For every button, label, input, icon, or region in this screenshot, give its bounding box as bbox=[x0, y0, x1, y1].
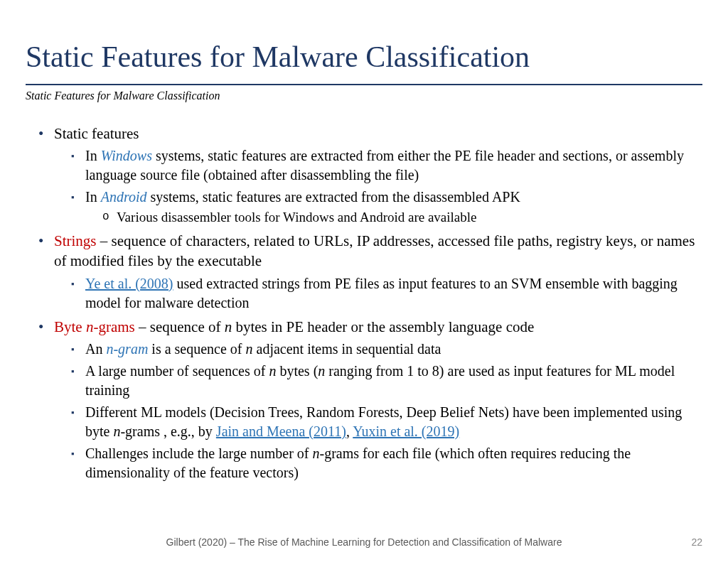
n-var: n bbox=[246, 341, 253, 357]
n-var: n bbox=[86, 318, 94, 335]
bullet-disassembler: Various disassembler tools for Windows a… bbox=[102, 208, 702, 227]
strings-term: Strings bbox=[54, 232, 97, 249]
text: bytes ( bbox=[276, 363, 318, 379]
n-var: n bbox=[318, 363, 325, 379]
n-var: n bbox=[225, 318, 232, 335]
sublist: In Windows systems, static features are … bbox=[54, 146, 702, 227]
text: Various disassembler tools for Windows a… bbox=[117, 210, 477, 225]
text: systems, static features are extracted f… bbox=[147, 189, 520, 205]
bullet-ngram-def: An n-gram is a sequence of n adjacent it… bbox=[71, 340, 702, 359]
text: , bbox=[346, 423, 353, 439]
bullet-byte-ngrams: Byte n-grams – sequence of n bytes in PE… bbox=[38, 317, 702, 482]
byte-ngrams-term: Byte n-grams bbox=[54, 318, 135, 335]
bullet-list: Static features In Windows systems, stat… bbox=[26, 124, 702, 482]
text: In bbox=[85, 148, 101, 163]
ye-link[interactable]: Ye et al. (2008) bbox=[85, 276, 173, 291]
android-term: Android bbox=[101, 189, 147, 205]
n-var: n bbox=[313, 445, 320, 461]
text: In bbox=[85, 189, 101, 205]
bullet-sequences: A large number of sequences of n bytes (… bbox=[71, 362, 702, 400]
text: bytes in PE header or the assembly langu… bbox=[232, 318, 534, 335]
text: A large number of sequences of bbox=[85, 363, 269, 379]
bullet-strings: Strings – sequence of characters, relate… bbox=[38, 231, 702, 313]
text: – sequence of characters, related to URL… bbox=[54, 232, 695, 269]
text: Static features bbox=[54, 125, 139, 142]
slide-title: Static Features for Malware Classificati… bbox=[26, 40, 702, 74]
text: -grams bbox=[93, 318, 134, 335]
sublist: Ye et al. (2008) used extracted strings … bbox=[54, 274, 702, 313]
text: -grams , e.g., by bbox=[120, 423, 215, 439]
n-var: n bbox=[113, 423, 120, 439]
slide-subtitle: Static Features for Malware Classificati… bbox=[26, 90, 702, 102]
subsublist: Various disassembler tools for Windows a… bbox=[85, 208, 702, 227]
windows-term: Windows bbox=[101, 148, 152, 163]
title-rule bbox=[26, 84, 702, 85]
text: Byte bbox=[54, 318, 86, 335]
yuxin-link[interactable]: Yuxin et al. (2019) bbox=[353, 423, 459, 439]
bullet-challenges: Challenges include the large number of n… bbox=[71, 444, 702, 482]
text: adjacent items in sequential data bbox=[253, 341, 441, 357]
text: Challenges include the large number of bbox=[85, 445, 313, 461]
bullet-ye-et-al: Ye et al. (2008) used extracted strings … bbox=[71, 274, 702, 313]
footer-citation: Gilbert (2020) – The Rise of Machine Lea… bbox=[0, 536, 728, 548]
text: used extracted strings from PE files as … bbox=[85, 276, 678, 310]
ngram-term: n-gram bbox=[106, 341, 148, 357]
bullet-windows: In Windows systems, static features are … bbox=[71, 146, 702, 185]
text: systems, static features are extracted f… bbox=[85, 148, 684, 183]
text: An bbox=[85, 341, 106, 357]
text: – sequence of bbox=[135, 318, 225, 335]
text: is a sequence of bbox=[148, 341, 245, 357]
sublist: An n-gram is a sequence of n adjacent it… bbox=[54, 340, 702, 482]
slide-content: Static Features for Malware Classificati… bbox=[0, 0, 728, 482]
n-var: n bbox=[269, 363, 276, 379]
bullet-android: In Android systems, static features are … bbox=[71, 188, 702, 227]
jain-meena-link[interactable]: Jain and Meena (2011) bbox=[216, 423, 346, 439]
bullet-ml-models: Different ML models (Decision Trees, Ran… bbox=[71, 403, 702, 441]
bullet-static-features: Static features In Windows systems, stat… bbox=[38, 124, 702, 227]
page-number: 22 bbox=[691, 536, 702, 548]
